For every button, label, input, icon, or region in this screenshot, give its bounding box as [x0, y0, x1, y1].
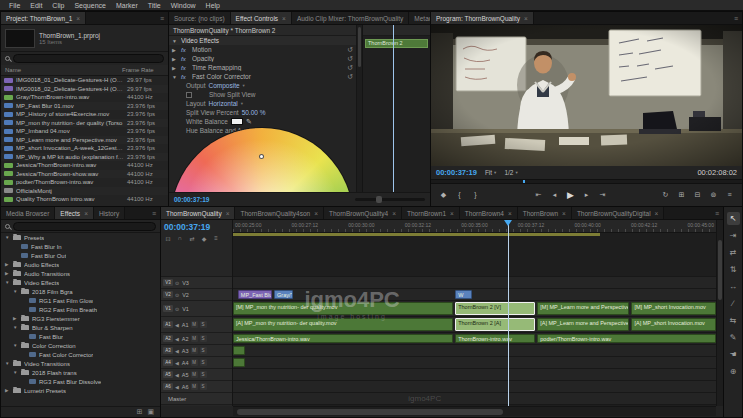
effect-property-row[interactable]: OutputComposite▾	[169, 81, 356, 90]
track-output-icon[interactable]: ⊙	[175, 280, 179, 286]
program-scrub-bar[interactable]	[431, 179, 742, 184]
effect-row[interactable]: ▼fxFast Color Corrector↺	[169, 72, 356, 81]
sequence-tab[interactable]: ThornBrown1×	[402, 207, 460, 219]
tree-toggle-icon[interactable]: ▼	[13, 343, 18, 348]
timeline-clip[interactable]: ThornBrown 2 [A]	[455, 318, 535, 331]
effects-panel-tab[interactable]: History	[94, 207, 125, 219]
timeline-clip[interactable]: [A] MP_mon thy nutrition- der quality.mo…	[233, 318, 453, 331]
solo-button[interactable]: S	[200, 383, 207, 390]
track-output-icon[interactable]: ⊙	[175, 292, 179, 298]
mute-button[interactable]: M	[191, 335, 198, 342]
tree-toggle-icon[interactable]: ▶	[5, 262, 10, 267]
extract-button[interactable]: ⊟	[691, 188, 704, 201]
property-value[interactable]: 50.00 %	[242, 109, 266, 116]
timeline-clip[interactable]: [A] MP_Learn more and Perspective.mov	[537, 318, 629, 331]
track-lane-master[interactable]	[233, 393, 716, 405]
timeline-vertical-scrollbar[interactable]	[716, 220, 723, 406]
mute-button[interactable]: M	[191, 321, 198, 328]
project-item[interactable]: Jessica/ThornBrown-show.wav44100 Hz	[1, 170, 168, 179]
effect-row[interactable]: ▶fxMotion↺	[169, 45, 356, 54]
menu-marker[interactable]: Marker	[111, 0, 143, 11]
mini-timeline-clip[interactable]: ThornBrown 2	[365, 39, 428, 48]
add-marker-button[interactable]: ◆	[437, 188, 450, 201]
project-item[interactable]: Quality ThornBrown intro.wav44100 Hz	[1, 195, 168, 204]
close-icon[interactable]: ×	[562, 210, 566, 217]
track-lane-a4[interactable]	[233, 357, 716, 369]
track-target[interactable]: V1	[163, 305, 173, 312]
selection-tool[interactable]: ↖	[727, 212, 740, 225]
track-header-v2[interactable]: V2⊙V2	[161, 289, 232, 301]
snap-icon[interactable]: ∩	[176, 235, 184, 242]
tree-toggle-icon[interactable]: ▼	[13, 325, 18, 330]
lift-button[interactable]: ⊞	[675, 188, 688, 201]
project-item[interactable]: MP_Fast Blur 01.mov23.976 fps	[1, 102, 168, 111]
fit-dropdown[interactable]: Fit ▾	[485, 169, 497, 176]
chevron-right-icon[interactable]: ▶	[172, 56, 178, 62]
sequence-tab[interactable]: ThornBrownQuality×	[161, 207, 235, 219]
mute-button[interactable]: M	[191, 359, 198, 366]
step-forward-button[interactable]: ▸	[580, 188, 593, 201]
close-icon[interactable]: ×	[314, 210, 318, 217]
effects-tree-item[interactable]: ▼Color Correction	[1, 341, 160, 350]
go-to-in-button[interactable]: ⇤	[532, 188, 545, 201]
timeline-clip[interactable]: ThornBrown-intro.wav	[455, 334, 535, 343]
program-tab[interactable]: Program: ThornBrownQuality×	[431, 12, 534, 24]
track-lane-a2[interactable]: Jessica/ThornBrown-intro.wavThornBrown-i…	[233, 333, 716, 345]
tree-toggle-icon[interactable]: ▶	[5, 271, 10, 276]
loop-button[interactable]: ↻	[659, 188, 672, 201]
sequence-tab[interactable]: ThornBrownQuality4son×	[235, 207, 324, 219]
track-target[interactable]: V2	[163, 291, 173, 298]
track-target[interactable]: V3	[163, 279, 173, 286]
project-tab[interactable]: Project: ThornBrown_1×	[1, 12, 86, 24]
track-target[interactable]: A4	[163, 359, 173, 366]
close-icon[interactable]: ×	[655, 210, 659, 217]
sequence-tab[interactable]: ThornBrown×	[518, 207, 572, 219]
track-target[interactable]: A5	[163, 371, 173, 378]
close-icon[interactable]: ×	[524, 15, 528, 22]
pen-tool[interactable]: ✎	[727, 331, 740, 344]
timeline-horizontal-scrollbar[interactable]	[233, 406, 716, 416]
ripple-edit-tool[interactable]: ⇄	[727, 246, 740, 259]
effect-property-row[interactable]: Split View Percent50.00 %	[169, 108, 356, 117]
menu-clip[interactable]: Clip	[47, 0, 69, 11]
hand-tool[interactable]: ☚	[727, 348, 740, 361]
effects-tree-item[interactable]: RG3 Fast Blur Dissolve	[1, 377, 160, 386]
effect-property-row[interactable]: LayoutHorizontal▾	[169, 99, 356, 108]
program-monitor-video[interactable]	[431, 25, 742, 166]
timeline-timecode[interactable]: 00:00:37:19	[161, 220, 232, 234]
checkbox[interactable]	[186, 92, 192, 98]
track-header-a1[interactable]: A1◀A1MS	[161, 317, 232, 333]
effects-tree-item[interactable]: ▶RG3 Fierstemmer	[1, 314, 160, 323]
project-item[interactable]: MP_Learn more and Perspective.mov23.976 …	[1, 136, 168, 145]
chevron-down-icon[interactable]: ▼	[172, 38, 178, 44]
effect-property-row[interactable]: White Balance✎	[169, 117, 356, 126]
timeline-clip[interactable]: Gray/Th	[274, 290, 293, 299]
reset-icon[interactable]: ↺	[347, 64, 353, 72]
tree-toggle-icon[interactable]: ▶	[13, 316, 18, 321]
panel-menu-icon[interactable]: ≡	[730, 12, 742, 24]
track-mute-icon[interactable]: ◀	[175, 384, 179, 390]
work-area-bar[interactable]	[233, 233, 600, 236]
nest-indicator-icon[interactable]: ⊡	[164, 235, 172, 242]
rolling-edit-tool[interactable]: ⇅	[727, 263, 740, 276]
timeline-playhead[interactable]	[508, 220, 509, 406]
sequence-tab[interactable]: ThornBrown4×	[460, 207, 518, 219]
new-custom-bin-icon[interactable]: ⊞	[137, 408, 143, 416]
project-list-header[interactable]: Name Frame Rate	[1, 65, 168, 76]
track-mute-icon[interactable]: ◀	[175, 336, 179, 342]
track-mute-icon[interactable]: ◀	[175, 372, 179, 378]
property-value[interactable]: Horizontal	[209, 100, 238, 107]
track-mute-icon[interactable]: ◀	[175, 348, 179, 354]
close-icon[interactable]: ×	[76, 15, 80, 22]
track-mute-icon[interactable]: ◀	[175, 360, 179, 366]
mark-in-button[interactable]: {	[453, 188, 466, 201]
effects-tree-item[interactable]: ▼Presets	[1, 233, 160, 242]
tree-toggle-icon[interactable]: ▼	[5, 280, 10, 285]
menu-title[interactable]: Title	[143, 0, 166, 11]
effect-controls-tab[interactable]: Metadata	[409, 12, 430, 24]
track-lane-v2[interactable]: MP_Fast Blur 01.movGray/ThW	[233, 289, 716, 301]
timeline-clip[interactable]	[233, 358, 245, 367]
mute-button[interactable]: M	[191, 347, 198, 354]
razor-tool[interactable]: ∕	[727, 297, 740, 310]
track-lane-v1[interactable]: [M] MP_mon thy nutrition- der quality.mo…	[233, 301, 716, 317]
